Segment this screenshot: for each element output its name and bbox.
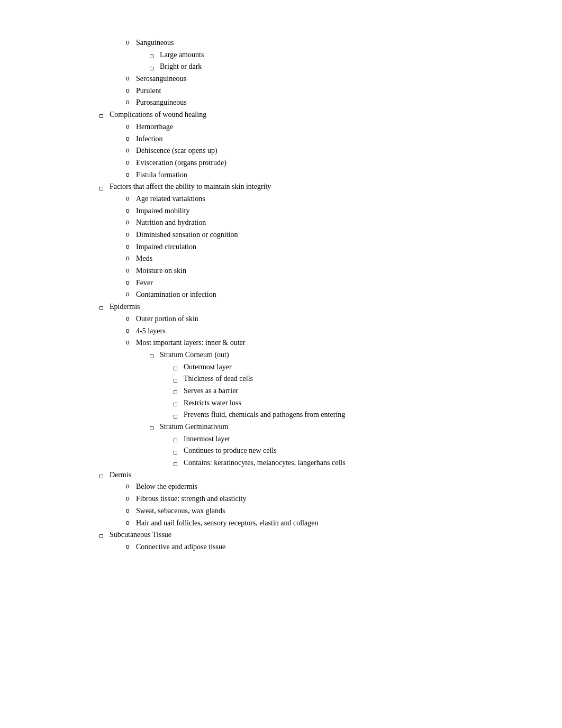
content-lines: oSanguineousLarge amountsBright or darko… xyxy=(43,37,519,553)
list-item-text: Hair and nail follicles, sensory recepto… xyxy=(136,517,519,529)
bullet-symbol xyxy=(96,109,106,121)
list-item: Dermis xyxy=(43,469,519,481)
list-item: oFistula formation xyxy=(43,169,519,181)
list-item: oMost important layers: inner & outer xyxy=(43,337,519,349)
bullet-symbol: o xyxy=(122,205,133,216)
list-item-text: Fever xyxy=(136,277,519,289)
list-item: oNutrition and hydration xyxy=(43,217,519,229)
bullet-symbol: o xyxy=(122,541,133,552)
list-item-text: Purulent xyxy=(136,85,519,97)
list-item-text: Stratum Germinativum xyxy=(160,421,519,433)
list-item-text: Contains: keratinocytes, melanocytes, la… xyxy=(184,457,519,469)
list-item-text: 4-5 layers xyxy=(136,325,519,337)
list-item: oHemorrhage xyxy=(43,121,519,133)
bullet-symbol xyxy=(146,49,157,61)
bullet-symbol: o xyxy=(122,229,133,240)
list-item: Restricts water loss xyxy=(43,397,519,409)
list-item: Large amounts xyxy=(43,49,519,61)
bullet-symbol xyxy=(146,349,157,361)
list-item: oHair and nail follicles, sensory recept… xyxy=(43,517,519,529)
list-item: oContamination or infection xyxy=(43,289,519,301)
list-item-text: Large amounts xyxy=(160,49,519,61)
bullet-symbol: o xyxy=(122,241,133,252)
list-item-text: Fibrous tissue: strength and elasticity xyxy=(136,493,519,505)
list-item-text: Impaired mobility xyxy=(136,205,519,217)
list-item: Prevents fluid, chemicals and pathogens … xyxy=(43,409,519,421)
bullet-symbol xyxy=(170,445,180,457)
bullet-symbol: o xyxy=(122,253,133,263)
bullet-symbol: o xyxy=(122,85,133,96)
list-item: Complications of wound healing xyxy=(43,109,519,121)
bullet-symbol xyxy=(96,469,106,481)
bullet-symbol: o xyxy=(122,337,133,348)
list-item: Innermost layer xyxy=(43,433,519,445)
document-content: oSanguineousLarge amountsBright or darko… xyxy=(43,21,519,553)
list-item: oFibrous tissue: strength and elasticity xyxy=(43,493,519,505)
bullet-symbol: o xyxy=(122,97,133,107)
bullet-symbol: o xyxy=(122,265,133,276)
list-item: Bright or dark xyxy=(43,61,519,72)
list-item-text: Hemorrhage xyxy=(136,121,519,133)
bullet-symbol: o xyxy=(122,73,133,84)
list-item: Stratum Germinativum xyxy=(43,421,519,433)
list-item-text: Moisture on skin xyxy=(136,265,519,277)
list-item: oFever xyxy=(43,277,519,289)
bullet-symbol: o xyxy=(122,169,133,180)
bullet-symbol xyxy=(170,361,180,373)
bullet-symbol: o xyxy=(122,277,133,288)
list-item-text: Outermost layer xyxy=(184,361,519,373)
list-item: oDehiscence (scar opens up) xyxy=(43,145,519,157)
bullet-symbol xyxy=(170,397,180,409)
list-item-text: Evisceration (organs protrude) xyxy=(136,157,519,169)
list-item: Serves as a barrier xyxy=(43,385,519,397)
bullet-symbol xyxy=(146,61,157,72)
list-item-text: Below the epidermis xyxy=(136,481,519,493)
list-item-text: Dermis xyxy=(110,469,519,481)
list-item-text: Prevents fluid, chemicals and pathogens … xyxy=(184,409,519,421)
bullet-symbol: o xyxy=(122,493,133,504)
list-item-text: Innermost layer xyxy=(184,433,519,445)
list-item-text: Infection xyxy=(136,133,519,145)
list-item-text: Stratum Corneum (out) xyxy=(160,349,519,361)
list-item-text: Continues to produce new cells xyxy=(184,445,519,457)
bullet-symbol: o xyxy=(122,481,133,492)
list-item-text: Bright or dark xyxy=(160,61,519,72)
list-item: oPurosanguineous xyxy=(43,97,519,108)
bullet-symbol xyxy=(96,301,106,313)
list-item: oOuter portion of skin xyxy=(43,313,519,325)
list-item-text: Epidermis xyxy=(110,301,519,313)
list-item: oDiminished sensation or cognition xyxy=(43,229,519,241)
bullet-symbol xyxy=(170,385,180,397)
list-item-text: Purosanguineous xyxy=(136,97,519,108)
bullet-symbol: o xyxy=(122,121,133,132)
list-item: Thickness of dead cells xyxy=(43,373,519,385)
list-item: oPurulent xyxy=(43,85,519,97)
list-item: Epidermis xyxy=(43,301,519,313)
list-item-text: Meds xyxy=(136,253,519,265)
list-item: oConnective and adipose tissue xyxy=(43,541,519,553)
list-item-text: Sweat, sebaceous, wax glands xyxy=(136,505,519,517)
list-item-text: Diminished sensation or cognition xyxy=(136,229,519,241)
list-item-text: Thickness of dead cells xyxy=(184,373,519,385)
list-item-text: Factors that affect the ability to maint… xyxy=(110,181,519,193)
list-item: oBelow the epidermis xyxy=(43,481,519,493)
bullet-symbol xyxy=(170,433,180,445)
list-item-text: Outer portion of skin xyxy=(136,313,519,325)
bullet-symbol xyxy=(96,181,106,193)
list-item-text: Serves as a barrier xyxy=(184,385,519,397)
list-item-text: Most important layers: inner & outer xyxy=(136,337,519,349)
bullet-symbol: o xyxy=(122,193,133,204)
bullet-symbol xyxy=(170,409,180,421)
bullet-symbol: o xyxy=(122,37,133,48)
list-item-text: Fistula formation xyxy=(136,169,519,181)
bullet-symbol xyxy=(96,529,106,541)
bullet-symbol: o xyxy=(122,157,133,168)
list-item: Stratum Corneum (out) xyxy=(43,349,519,361)
list-item-text: Sanguineous xyxy=(136,37,519,49)
bullet-symbol: o xyxy=(122,217,133,228)
list-item: oImpaired circulation xyxy=(43,241,519,253)
list-item-text: Dehiscence (scar opens up) xyxy=(136,145,519,157)
list-item-text: Contamination or infection xyxy=(136,289,519,301)
bullet-symbol xyxy=(170,457,180,469)
list-item-text: Subcutaneous Tissue xyxy=(110,529,519,541)
